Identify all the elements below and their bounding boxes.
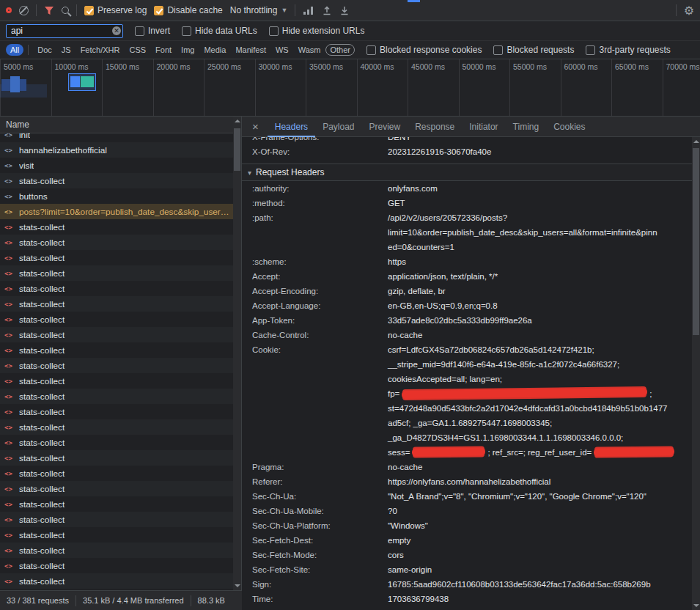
request-row[interactable]: <>stats-collect: [0, 389, 233, 404]
throttling-dropdown[interactable]: No throttling ▼: [230, 5, 288, 15]
tab-timing[interactable]: Timing: [506, 117, 547, 137]
request-row[interactable]: <>buttons: [0, 188, 233, 204]
section-header-request-headers[interactable]: ▾Request Headers: [242, 163, 692, 181]
header-value: 33d57ade8c02dbc5a333db99ff9ae26a: [388, 313, 532, 328]
filter-type-font[interactable]: Font: [151, 44, 176, 56]
request-row[interactable]: <>stats-collect: [0, 558, 233, 573]
request-label: stats-collect: [19, 315, 65, 325]
filter-type-js[interactable]: JS: [57, 44, 75, 56]
filter-type-fetch-xhr[interactable]: Fetch/XHR: [76, 44, 125, 56]
blocked-response-cookies-label: Blocked response cookies: [380, 45, 482, 55]
clear-filter-icon[interactable]: ✕: [112, 26, 121, 35]
header-value-text: 16785:5aad9602cf110608b03133de563642fac1…: [388, 580, 651, 589]
checkbox-box: [182, 26, 191, 36]
header-row: Pragma:no-cache: [242, 460, 692, 474]
import-har-icon[interactable]: [322, 5, 332, 15]
request-row[interactable]: <>stats-collect: [0, 481, 233, 496]
header-value-text: en-GB,en-US;q=0.9,en;q=0.8: [388, 301, 498, 310]
gear-icon[interactable]: ⚙: [684, 4, 694, 18]
export-har-icon[interactable]: [339, 5, 350, 15]
request-row[interactable]: <>stats-collect: [0, 219, 233, 235]
detail-scrollbar[interactable]: [692, 137, 700, 610]
request-row[interactable]: <>stats-collect: [0, 573, 233, 589]
tab-initiator[interactable]: Initiator: [462, 117, 505, 137]
filter-type-css[interactable]: CSS: [125, 44, 150, 56]
scroll-down-arrow[interactable]: [233, 581, 241, 590]
preserve-log-label: Preserve log: [97, 5, 147, 15]
blocked-response-cookies-checkbox[interactable]: Blocked response cookies: [366, 45, 482, 55]
request-row[interactable]: <>stats-collect: [0, 435, 233, 450]
scroll-up-arrow[interactable]: [233, 117, 241, 125]
scrollbar-thumb[interactable]: [234, 128, 240, 171]
hide-extension-urls-checkbox[interactable]: Hide extension URLs: [269, 26, 365, 36]
header-value-text: cors: [388, 551, 404, 559]
tab-payload[interactable]: Payload: [315, 117, 361, 137]
request-list-scrollbar[interactable]: [233, 117, 241, 590]
request-row[interactable]: <>stats-collect: [0, 327, 233, 342]
filter-input[interactable]: [6, 24, 123, 38]
hide-data-urls-checkbox[interactable]: Hide data URLs: [182, 26, 257, 36]
search-icon[interactable]: [62, 7, 69, 14]
request-label: stats-collect: [19, 345, 65, 356]
disable-cache-checkbox[interactable]: Disable cache: [154, 5, 222, 15]
timeline-tick-label: 25000 ms: [207, 62, 241, 71]
request-row[interactable]: <>stats-collect: [0, 512, 233, 527]
invert-checkbox[interactable]: Invert: [135, 26, 170, 36]
timeline-tick-label: 15000 ms: [106, 62, 139, 71]
request-row[interactable]: <>stats-collect: [0, 281, 233, 296]
header-value: 1703636799438: [388, 592, 449, 606]
request-row[interactable]: <>hannahelizabethofficial: [0, 142, 233, 158]
request-row[interactable]: <>stats-collect: [0, 250, 233, 265]
request-row[interactable]: <>visit: [0, 158, 233, 173]
filter-type-doc[interactable]: Doc: [33, 44, 56, 56]
request-row[interactable]: <>stats-collect: [0, 358, 233, 373]
filter-type-other[interactable]: Other: [325, 44, 355, 56]
filter-type-img[interactable]: Img: [177, 44, 199, 56]
request-row[interactable]: <>stats-collect: [0, 373, 233, 389]
record-button[interactable]: [6, 7, 12, 13]
network-overview-timeline[interactable]: 5000 ms10000 ms15000 ms20000 ms25000 ms3…: [0, 59, 700, 117]
scroll-up-arrow[interactable]: [692, 137, 700, 146]
tab-cookies[interactable]: Cookies: [546, 117, 592, 137]
request-row[interactable]: <>stats-collect: [0, 527, 233, 543]
request-row[interactable]: <>posts?limit=10&order=publish_date_desc…: [0, 204, 233, 219]
scrollbar-thumb[interactable]: [693, 148, 699, 335]
timeline-tick-label: 40000 ms: [361, 62, 394, 71]
preserve-log-checkbox[interactable]: Preserve log: [84, 5, 147, 15]
header-row: App-Token:33d57ade8c02dbc5a333db99ff9ae2…: [242, 313, 692, 328]
request-row[interactable]: <>stats-collect: [0, 342, 233, 358]
request-row[interactable]: <>stats-collect: [0, 450, 233, 466]
request-row[interactable]: <>init: [0, 133, 233, 142]
scroll-down-arrow[interactable]: [692, 601, 700, 610]
request-row[interactable]: <>stats-collect: [0, 235, 233, 250]
filter-type-ws[interactable]: WS: [271, 44, 293, 56]
request-row[interactable]: <>stats-collect: [0, 496, 233, 512]
timeline-tick-label: 60000 ms: [564, 62, 598, 71]
request-row[interactable]: <>stats-collect: [0, 404, 233, 419]
tab-response[interactable]: Response: [408, 117, 462, 137]
filter-type-all[interactable]: All: [6, 44, 23, 56]
blocked-requests-checkbox[interactable]: Blocked requests: [493, 45, 574, 55]
request-row[interactable]: <>stats-collect: [0, 419, 233, 435]
header-value-text: fp=: [388, 389, 399, 398]
third-party-requests-checkbox[interactable]: 3rd-party requests: [586, 45, 670, 55]
request-row[interactable]: <>stats-collect: [0, 466, 233, 481]
tab-preview[interactable]: Preview: [362, 117, 408, 137]
request-row[interactable]: <>stats-collect: [0, 312, 233, 327]
request-row[interactable]: <>stats-collect: [0, 543, 233, 558]
tab-headers[interactable]: Headers: [268, 117, 315, 137]
close-icon[interactable]: ×: [242, 120, 268, 133]
timeline-gridline: [611, 59, 612, 116]
request-row[interactable]: <>stats-collect: [0, 265, 233, 281]
request-row[interactable]: <>stats-collect: [0, 296, 233, 312]
filter-type-manifest[interactable]: Manifest: [231, 44, 270, 56]
clear-button[interactable]: [19, 6, 29, 15]
filter-icon[interactable]: [44, 6, 54, 15]
request-list-header[interactable]: Name: [0, 117, 241, 133]
filter-type-media[interactable]: Media: [199, 44, 230, 56]
filter-type-wasm[interactable]: Wasm: [294, 44, 325, 56]
network-conditions-icon[interactable]: [303, 6, 314, 15]
request-row[interactable]: <>stats-collect: [0, 173, 233, 188]
header-value: ?0: [388, 504, 397, 518]
header-name: Referer:: [252, 474, 388, 489]
